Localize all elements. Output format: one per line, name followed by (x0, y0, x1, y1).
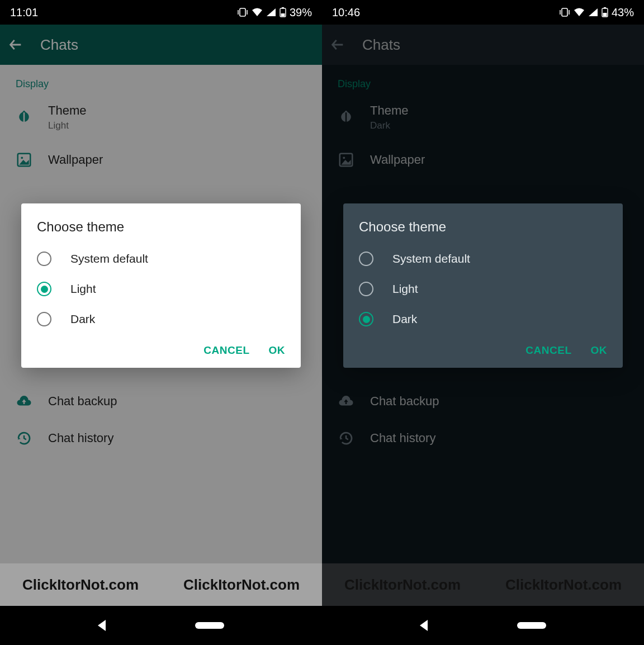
chat-backup-title: Chat backup (48, 394, 117, 409)
svg-point-15 (343, 156, 345, 159)
wifi-icon (252, 8, 263, 17)
radio-icon (37, 282, 51, 296)
theme-icon (16, 109, 32, 126)
nav-bar (322, 606, 644, 645)
status-icons: 43% (559, 6, 634, 19)
battery-icon (280, 7, 286, 17)
wallpaper-title: Wallpaper (370, 153, 425, 167)
theme-dialog: Choose theme System default Light Dark C… (21, 203, 301, 368)
phone-screenshot-light: 11:01 39% Chats Display Theme Light Wall… (0, 0, 322, 645)
status-battery-text: 43% (612, 6, 634, 19)
dialog-title: Choose theme (343, 219, 623, 244)
cloud-upload-icon (16, 393, 32, 410)
radio-dark[interactable]: Dark (343, 304, 623, 334)
radio-label: Light (70, 282, 96, 296)
radio-label: Light (392, 282, 418, 296)
page-title: Chats (362, 36, 400, 54)
svg-rect-5 (281, 13, 285, 16)
chat-backup-item[interactable]: Chat backup (0, 383, 322, 420)
nav-home-pill[interactable] (517, 622, 546, 629)
chat-backup-item[interactable]: Chat backup (322, 383, 644, 420)
ok-button[interactable]: OK (591, 344, 608, 357)
nav-back-icon[interactable] (420, 620, 428, 631)
back-icon[interactable] (330, 37, 345, 53)
status-time: 10:46 (332, 6, 360, 19)
wallpaper-item[interactable]: Wallpaper (322, 141, 644, 178)
toolbar: Chats (0, 25, 322, 65)
radio-label: System default (392, 252, 470, 265)
svg-rect-4 (282, 7, 284, 8)
theme-value: Dark (370, 120, 408, 131)
theme-icon (338, 109, 354, 126)
theme-title: Theme (370, 103, 408, 118)
app-body: Chats Display Theme Dark Wallpaper App L… (322, 25, 644, 606)
chat-history-title: Chat history (48, 431, 113, 445)
radio-icon (359, 282, 373, 296)
phone-screenshot-dark: 10:46 43% Chats Display Theme Dark Wallp… (322, 0, 644, 645)
theme-value: Light (48, 120, 86, 131)
cancel-button[interactable]: CANCEL (525, 344, 571, 357)
app-body: Chats Display Theme Light Wallpaper App … (0, 25, 322, 606)
radio-label: Dark (70, 312, 95, 326)
theme-item[interactable]: Theme Dark (322, 93, 644, 141)
wallpaper-icon (16, 151, 32, 168)
nav-home-pill[interactable] (195, 622, 224, 629)
svg-rect-13 (603, 13, 607, 16)
vibrate-icon (559, 8, 570, 17)
radio-light[interactable]: Light (343, 274, 623, 304)
chat-history-item[interactable]: Chat history (0, 420, 322, 457)
svg-rect-8 (562, 8, 567, 16)
page-title: Chats (40, 36, 78, 54)
radio-light[interactable]: Light (21, 274, 301, 304)
svg-point-7 (21, 156, 23, 159)
theme-item[interactable]: Theme Light (0, 93, 322, 141)
wallpaper-icon (338, 151, 354, 168)
signal-icon (266, 8, 276, 17)
section-label-display: Display (0, 65, 322, 93)
wallpaper-item[interactable]: Wallpaper (0, 141, 322, 178)
theme-dialog: Choose theme System default Light Dark C… (343, 203, 623, 368)
ok-button[interactable]: OK (269, 344, 286, 357)
radio-system-default[interactable]: System default (21, 244, 301, 274)
cancel-button[interactable]: CANCEL (203, 344, 249, 357)
history-icon (16, 430, 32, 447)
back-icon[interactable] (8, 37, 23, 53)
radio-system-default[interactable]: System default (343, 244, 623, 274)
signal-icon (588, 8, 598, 17)
theme-title: Theme (48, 103, 86, 118)
radio-icon (359, 312, 373, 326)
status-battery-text: 39% (290, 6, 312, 19)
chat-history-title: Chat history (370, 431, 435, 445)
wifi-icon (574, 8, 585, 17)
status-bar: 10:46 43% (322, 0, 644, 25)
status-bar: 11:01 39% (0, 0, 322, 25)
radio-icon (359, 252, 373, 266)
battery-icon (602, 7, 608, 17)
vibrate-icon (237, 8, 248, 17)
radio-icon (37, 312, 51, 326)
status-icons: 39% (237, 6, 312, 19)
chat-history-item[interactable]: Chat history (322, 420, 644, 457)
radio-label: System default (70, 252, 148, 265)
nav-back-icon[interactable] (98, 620, 106, 631)
toolbar: Chats (322, 25, 644, 65)
radio-icon (37, 252, 51, 266)
svg-rect-0 (240, 8, 245, 16)
status-time: 11:01 (10, 6, 38, 19)
wallpaper-title: Wallpaper (48, 153, 103, 167)
svg-rect-12 (604, 7, 606, 8)
nav-bar (0, 606, 322, 645)
radio-dark[interactable]: Dark (21, 304, 301, 334)
chat-backup-title: Chat backup (370, 394, 439, 409)
section-label-display: Display (322, 65, 644, 93)
dialog-title: Choose theme (21, 219, 301, 244)
history-icon (338, 430, 354, 447)
radio-label: Dark (392, 312, 417, 326)
cloud-upload-icon (338, 393, 354, 410)
